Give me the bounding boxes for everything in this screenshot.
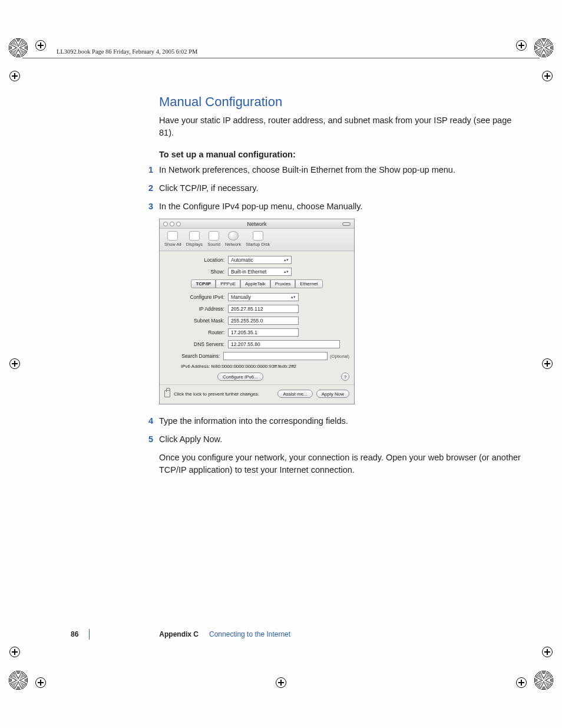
tab-tcpip[interactable]: TCP/IP <box>191 279 216 288</box>
step-number: 3 <box>145 200 153 213</box>
closing-paragraph: Once you configure your network, your co… <box>159 452 524 476</box>
select-arrows-icon: ▴▾ <box>291 295 296 299</box>
step-text: Click TCP/IP, if necessary. <box>159 182 524 195</box>
crop-mark-icon <box>276 677 286 688</box>
show-select[interactable]: Built-in Ethernet ▴▾ <box>228 268 292 276</box>
step-number: 5 <box>145 433 153 446</box>
ipv6-label: IPv6 Address: <box>181 364 210 369</box>
dns-field[interactable]: 12.207.55.80 <box>228 340 340 348</box>
configure-ipv4-value: Manually <box>231 294 251 300</box>
lock-icon[interactable] <box>164 390 170 397</box>
crop-mark-icon <box>35 40 46 51</box>
step-text: In the Configure IPv4 pop-up menu, choos… <box>159 200 524 213</box>
lock-text: Click the lock to prevent further change… <box>174 391 259 397</box>
crop-mark-icon <box>9 358 20 369</box>
procedure-steps-bottom: 4Type the information into the correspon… <box>159 415 524 446</box>
prefpane-tabs: TCP/IP PPPoE AppleTalk Proxies Ethernet <box>164 279 349 288</box>
configure-ipv4-label: Configure IPv4: <box>164 294 228 300</box>
toolbar-label: Sound <box>207 242 220 247</box>
ip-address-label: IP Address: <box>164 306 228 312</box>
window-titlebar: Network <box>160 219 354 229</box>
toolbar-label: Show All <box>164 242 181 247</box>
procedure-steps-top: 1In Network preferences, choose Built-in… <box>159 164 524 213</box>
toolbar-network[interactable]: Network <box>225 231 242 247</box>
crop-mark-icon <box>516 677 527 688</box>
toolbar-displays[interactable]: Displays <box>186 231 203 247</box>
show-value: Built-in Ethernet <box>231 269 266 275</box>
tab-proxies[interactable]: Proxies <box>270 279 296 288</box>
window-title: Network <box>160 221 354 227</box>
subnet-mask-label: Subnet Mask: <box>164 318 228 324</box>
crop-mark-icon <box>542 647 553 657</box>
optional-note: (Optional) <box>330 354 349 359</box>
toolbar-label: Displays <box>186 242 203 247</box>
step-text: Type the information into the correspond… <box>159 415 524 427</box>
crop-mark-icon <box>542 358 553 369</box>
header-rule <box>22 58 540 58</box>
toolbar-label: Network <box>225 242 242 247</box>
crop-mark-icon <box>35 677 46 688</box>
registration-spirograph <box>8 670 28 690</box>
search-domains-label: Search Domains: <box>164 353 223 359</box>
toolbar-startup-disk[interactable]: Startup Disk <box>246 231 270 247</box>
step-text: In Network preferences, choose Built-in … <box>159 164 524 176</box>
crop-mark-icon <box>542 71 553 81</box>
procedure-heading: To set up a manual configuration: <box>159 150 524 159</box>
apply-now-button[interactable]: Apply Now <box>316 390 349 398</box>
subnet-mask-field[interactable]: 255.255.255.0 <box>228 317 299 325</box>
page-header-meta: LL3092.book Page 86 Friday, February 4, … <box>57 48 197 55</box>
router-label: Router: <box>164 330 228 335</box>
tab-appletalk[interactable]: AppleTalk <box>240 279 270 288</box>
intro-paragraph: Have your static IP address, router addr… <box>159 114 524 139</box>
dns-label: DNS Servers: <box>164 341 228 347</box>
tab-ethernet[interactable]: Ethernet <box>295 279 322 288</box>
toolbar-sound[interactable]: Sound <box>207 231 220 247</box>
show-label: Show: <box>164 269 228 275</box>
footer-rule <box>89 629 90 640</box>
crop-mark-icon <box>9 647 20 657</box>
step-number: 4 <box>145 415 153 427</box>
select-arrows-icon: ▴▾ <box>284 270 289 274</box>
ipv6-value: fe80:0000:0000:0000:0000:93ff:fedb:2ff2 <box>211 364 296 369</box>
appendix-label: Appendix C <box>159 630 199 638</box>
assist-me-button[interactable]: Assist me... <box>277 390 312 398</box>
tab-pppoe[interactable]: PPPoE <box>216 279 240 288</box>
network-prefpane-screenshot: Network Show All Displays Sound Network … <box>159 219 355 404</box>
registration-spirograph <box>534 670 554 690</box>
appendix-title: Connecting to the Internet <box>209 630 290 638</box>
search-domains-field[interactable] <box>223 352 328 360</box>
configure-ipv6-button[interactable]: Configure IPv6... <box>217 373 263 381</box>
section-title: Manual Configuration <box>159 94 524 110</box>
location-value: Automatic <box>231 257 253 263</box>
page-footer: 86 Appendix C Connecting to the Internet <box>71 629 290 640</box>
registration-spirograph <box>534 38 554 58</box>
help-button[interactable]: ? <box>341 373 349 381</box>
divider <box>160 384 354 385</box>
prefpane-toolbar: Show All Displays Sound Network Startup … <box>160 229 354 251</box>
registration-spirograph <box>8 38 28 58</box>
router-field[interactable]: 17.205.35.1 <box>228 328 299 337</box>
location-select[interactable]: Automatic ▴▾ <box>228 256 292 264</box>
step-number: 1 <box>145 164 153 176</box>
toolbar-label: Startup Disk <box>246 242 270 247</box>
select-arrows-icon: ▴▾ <box>284 258 289 262</box>
configure-ipv4-select[interactable]: Manually ▴▾ <box>228 293 299 301</box>
crop-mark-icon <box>516 40 527 51</box>
page-number: 86 <box>71 630 78 638</box>
ip-address-field[interactable]: 205.27.85.112 <box>228 305 299 313</box>
step-text: Click Apply Now. <box>159 433 524 446</box>
crop-mark-icon <box>9 71 20 81</box>
toolbar-show-all[interactable]: Show All <box>164 231 181 247</box>
location-label: Location: <box>164 257 228 263</box>
step-number: 2 <box>145 182 153 195</box>
